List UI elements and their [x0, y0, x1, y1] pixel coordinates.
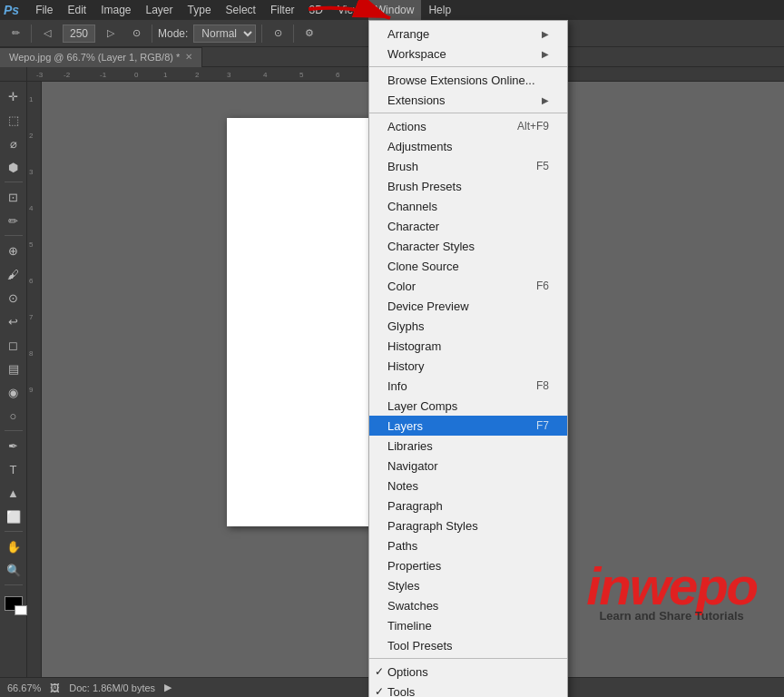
menu-clone-source[interactable]: Clone Source	[369, 256, 567, 276]
menu-paths[interactable]: Paths	[369, 535, 567, 555]
toolbar-sep-3	[261, 25, 262, 43]
menu-window[interactable]: Window	[368, 0, 422, 20]
ps-logo: Ps	[4, 3, 19, 17]
size-decrease-icon[interactable]: ◁	[37, 24, 57, 44]
type-tool[interactable]: T	[3, 458, 24, 480]
menu-options[interactable]: Options	[369, 662, 567, 682]
doc-size: Doc: 1.86M/0 bytes	[69, 682, 155, 693]
menu-layer-comps[interactable]: Layer Comps	[369, 396, 567, 416]
menu-type[interactable]: Type	[181, 0, 219, 20]
brush-size-input[interactable]: 250	[63, 25, 95, 43]
menu-extensions[interactable]: Extensions ▶	[369, 90, 567, 110]
move-tool[interactable]: ✛	[3, 85, 24, 107]
background-color[interactable]	[15, 605, 27, 615]
ruler-vertical: 1 2 3 4 5 6 7 8 9	[27, 82, 42, 677]
workspace-arrow: ▶	[542, 49, 549, 59]
marquee-tool[interactable]: ⬚	[3, 109, 24, 131]
menu-properties[interactable]: Properties	[369, 555, 567, 575]
menu-character[interactable]: Character	[369, 216, 567, 236]
menu-brush-presets[interactable]: Brush Presets	[369, 176, 567, 196]
menu-glyphs[interactable]: Glyphs	[369, 316, 567, 336]
menu-image[interactable]: Image	[93, 0, 138, 20]
watermark: inwepo Learn and Share Tutorials	[586, 560, 757, 623]
menu-navigator[interactable]: Navigator	[369, 456, 567, 476]
pen-tool[interactable]: ✒	[3, 435, 24, 456]
menu-3d[interactable]: 3D	[302, 0, 330, 20]
brush-tool-icon[interactable]: ✏	[5, 24, 25, 44]
tab-title: Wepo.jpg @ 66.7% (Layer 1, RGB/8) *	[9, 47, 180, 67]
menu-histogram[interactable]: Histogram	[369, 336, 567, 356]
menu-file[interactable]: File	[28, 0, 60, 20]
menu-arrange[interactable]: Arrange ▶	[369, 24, 567, 44]
menu-edit[interactable]: Edit	[60, 0, 93, 20]
menu-channels[interactable]: Channels	[369, 196, 567, 216]
menu-device-preview[interactable]: Device Preview	[369, 296, 567, 316]
menu-section-browse: Browse Extensions Online... Extensions ▶	[369, 67, 567, 113]
color-swatches[interactable]	[5, 593, 23, 611]
menu-select[interactable]: Select	[219, 0, 263, 20]
menu-color[interactable]: Color F6	[369, 276, 567, 296]
menu-adjustments[interactable]: Adjustments	[369, 136, 567, 156]
watermark-brand: inwepo	[586, 560, 757, 613]
toolbar-sep-2	[152, 25, 152, 43]
menu-section-checked: Options Tools 1 Wepo.jpg	[369, 659, 567, 697]
shape-tool[interactable]: ⬜	[3, 506, 24, 527]
watermark-tagline: Learn and Share Tutorials	[586, 609, 757, 623]
extensions-arrow: ▶	[542, 95, 549, 105]
menu-character-styles[interactable]: Character Styles	[369, 236, 567, 256]
menu-section-panels: Actions Alt+F9 Adjustments Brush F5 Brus…	[369, 113, 567, 659]
menu-layers[interactable]: Layers F7	[369, 416, 567, 436]
brush-shape-icon[interactable]: ⊙	[126, 24, 146, 44]
menu-paragraph-styles[interactable]: Paragraph Styles	[369, 515, 567, 535]
menu-filter[interactable]: Filter	[263, 0, 302, 20]
menu-paragraph[interactable]: Paragraph	[369, 496, 567, 515]
tool-sep-1	[5, 182, 23, 182]
menu-libraries[interactable]: Libraries	[369, 436, 567, 456]
path-selection-tool[interactable]: ▲	[3, 482, 24, 504]
zoom-tool[interactable]: 🔍	[3, 559, 24, 581]
brush-tool[interactable]: 🖌	[3, 263, 24, 285]
menu-styles[interactable]: Styles	[369, 575, 567, 595]
window-dropdown-menu: Arrange ▶ Workspace ▶ Browse Extensions …	[368, 20, 568, 697]
menu-actions[interactable]: Actions Alt+F9	[369, 116, 567, 136]
menu-info[interactable]: Info F8	[369, 376, 567, 396]
menu-history[interactable]: History	[369, 356, 567, 376]
menu-layer[interactable]: Layer	[139, 0, 181, 20]
menu-timeline[interactable]: Timeline	[369, 615, 567, 635]
hand-tool[interactable]: ✋	[3, 535, 24, 557]
menu-view[interactable]: View	[330, 0, 368, 20]
menu-browse-ext[interactable]: Browse Extensions Online...	[369, 70, 567, 90]
dodge-tool[interactable]: ○	[3, 405, 24, 427]
tab-close-btn[interactable]: ✕	[185, 47, 192, 67]
clone-tool[interactable]: ⊙	[3, 287, 24, 309]
ruler-corner	[0, 67, 27, 82]
size-increase-icon[interactable]: ▷	[101, 24, 121, 44]
eraser-tool[interactable]: ◻	[3, 334, 24, 356]
blur-tool[interactable]: ◉	[3, 381, 24, 403]
mode-label: Mode:	[158, 27, 188, 40]
menu-help[interactable]: Help	[421, 0, 458, 20]
zoom-icon: 🖼	[50, 682, 60, 693]
target-icon[interactable]: ⊙	[268, 24, 288, 44]
nav-arrow[interactable]: ▶	[164, 682, 172, 693]
healing-tool[interactable]: ⊕	[3, 240, 24, 261]
tool-sep-4	[5, 531, 23, 532]
tool-sep-3	[5, 430, 23, 431]
history-brush-tool[interactable]: ↩	[3, 310, 24, 332]
menu-tools[interactable]: Tools	[369, 682, 567, 697]
settings-icon[interactable]: ⚙	[299, 24, 319, 44]
mode-select[interactable]: Normal	[193, 25, 256, 43]
eyedropper-tool[interactable]: ✏	[3, 210, 24, 231]
tab-wepo[interactable]: Wepo.jpg @ 66.7% (Layer 1, RGB/8) * ✕	[0, 47, 202, 67]
menu-swatches[interactable]: Swatches	[369, 595, 567, 615]
menu-notes[interactable]: Notes	[369, 476, 567, 496]
gradient-tool[interactable]: ▤	[3, 358, 24, 379]
menu-tool-presets[interactable]: Tool Presets	[369, 635, 567, 655]
magic-wand-tool[interactable]: ⬢	[3, 156, 24, 178]
tool-sep-2	[5, 235, 23, 236]
menu-brush[interactable]: Brush F5	[369, 156, 567, 176]
toolbar-sep-4	[293, 25, 294, 43]
menu-workspace[interactable]: Workspace ▶	[369, 44, 567, 64]
lasso-tool[interactable]: ⌀	[3, 133, 24, 154]
crop-tool[interactable]: ⊡	[3, 186, 24, 208]
